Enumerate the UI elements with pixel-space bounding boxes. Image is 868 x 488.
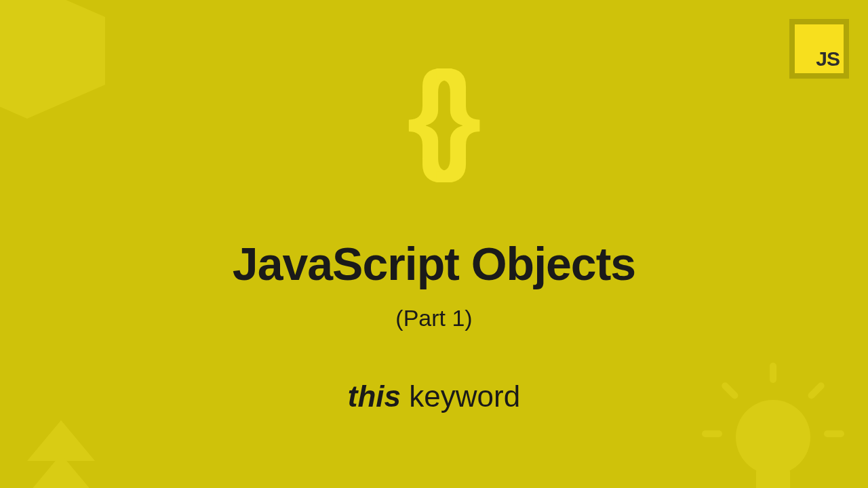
subtitle-rest: keyword xyxy=(401,380,520,413)
hexagon-decoration xyxy=(0,0,105,119)
svg-rect-8 xyxy=(756,468,790,488)
braces-icon: {} xyxy=(407,54,461,176)
part-label: (Part 1) xyxy=(0,305,868,331)
svg-rect-5 xyxy=(824,430,844,437)
svg-rect-3 xyxy=(806,381,825,400)
svg-rect-4 xyxy=(720,381,739,400)
svg-rect-6 xyxy=(702,430,722,437)
page-title: JavaScript Objects xyxy=(0,237,868,290)
subtitle-emphasis: this xyxy=(348,380,401,413)
js-logo-badge: JS xyxy=(789,19,849,79)
svg-point-7 xyxy=(736,400,810,474)
svg-rect-2 xyxy=(770,363,776,383)
lightbulb-icon xyxy=(698,359,848,488)
arrow-up-icon xyxy=(20,407,102,488)
js-logo-text: JS xyxy=(816,47,840,70)
